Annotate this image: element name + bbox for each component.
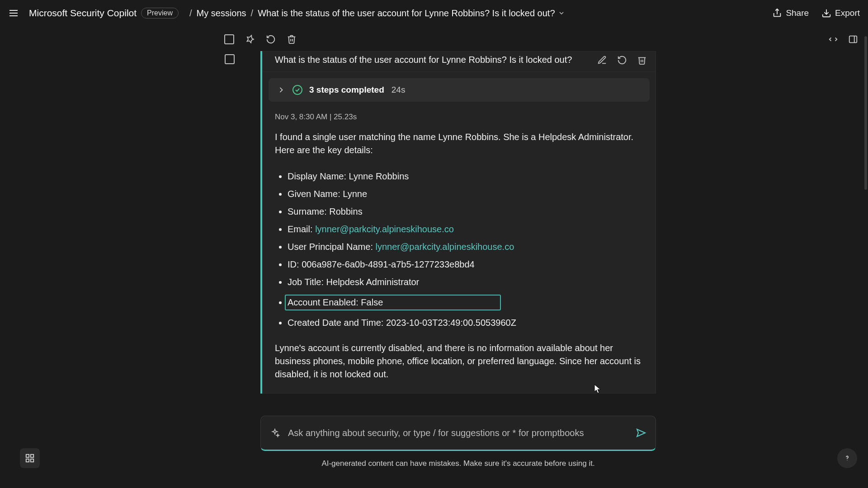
- detail-surname: Surname: Robbins: [288, 206, 643, 217]
- svg-point-7: [293, 85, 302, 94]
- detail-id: ID: 006a987e-6a0b-4891-a7b5-1277233e8bd4: [288, 259, 643, 270]
- response-intro-text: I found a single user matching the name …: [275, 131, 643, 157]
- highlighted-account-enabled: Account Enabled: False: [285, 295, 501, 310]
- prompt-title: What is the status of the user account f…: [275, 55, 572, 65]
- expand-horizontal-icon[interactable]: [828, 34, 838, 44]
- share-button[interactable]: Share: [772, 8, 809, 18]
- prompt-input[interactable]: [288, 428, 627, 438]
- detail-created: Created Date and Time: 2023-10-03T23:49:…: [288, 318, 643, 328]
- hamburger-menu-icon[interactable]: [8, 8, 19, 19]
- chevron-right-icon: [277, 85, 286, 94]
- breadcrumb-title-text: What is the status of the user account f…: [258, 8, 555, 19]
- share-label: Share: [786, 8, 809, 18]
- breadcrumb-separator: /: [251, 8, 254, 19]
- app-title: Microsoft Security Copilot: [29, 8, 137, 19]
- select-message-checkbox[interactable]: [225, 54, 235, 64]
- upn-link[interactable]: lynner@parkcity.alpineskihouse.co: [376, 242, 514, 252]
- toolbar: [0, 26, 868, 52]
- export-icon: [821, 8, 831, 18]
- export-label: Export: [835, 8, 860, 18]
- prompt-box: [260, 416, 656, 451]
- response-card: What is the status of the user account f…: [260, 51, 656, 394]
- steps-completed-label: 3 steps completed: [309, 85, 384, 95]
- header-bar: Microsoft Security Copilot Preview / My …: [0, 0, 868, 26]
- delete-response-icon[interactable]: [637, 55, 647, 65]
- email-link[interactable]: lynner@parkcity.alpineskihouse.co: [315, 224, 454, 234]
- help-icon: [843, 454, 852, 463]
- select-checkbox[interactable]: [224, 34, 234, 44]
- breadcrumb-separator: /: [189, 8, 192, 19]
- detail-account-enabled: Account Enabled: False: [288, 295, 643, 310]
- regenerate-icon[interactable]: [617, 55, 627, 65]
- sparkle-icon: [270, 428, 280, 438]
- svg-rect-5: [849, 36, 857, 43]
- grid-icon: [25, 453, 35, 463]
- help-button[interactable]: [837, 448, 857, 468]
- user-details-list: Display Name: Lynne Robbins Given Name: …: [262, 171, 656, 328]
- export-button[interactable]: Export: [821, 8, 860, 18]
- check-circle-icon: [292, 84, 303, 95]
- detail-email: Email: lynner@parkcity.alpineskihouse.co: [288, 224, 643, 235]
- prompt-area: AI-generated content can have mistakes. …: [260, 416, 656, 468]
- svg-rect-11: [31, 459, 33, 462]
- ai-disclaimer: AI-generated content can have mistakes. …: [260, 459, 656, 468]
- detail-job-title: Job Title: Helpdesk Administrator: [288, 277, 643, 287]
- pin-icon[interactable]: [245, 34, 255, 44]
- detail-upn: User Principal Name: lynner@parkcity.alp…: [288, 242, 643, 252]
- steps-duration: 24s: [392, 85, 406, 95]
- response-closing: Lynne's account is currently disabled, a…: [262, 335, 656, 394]
- breadcrumb-session-title[interactable]: What is the status of the user account f…: [258, 8, 565, 19]
- share-icon: [772, 8, 782, 18]
- chevron-down-icon: [558, 9, 565, 17]
- edit-icon[interactable]: [597, 55, 607, 65]
- response-intro: I found a single user matching the name …: [262, 124, 656, 164]
- delete-icon[interactable]: [287, 34, 297, 44]
- scrollbar-thumb[interactable]: [864, 36, 867, 190]
- card-header: What is the status of the user account f…: [262, 51, 656, 72]
- apps-button[interactable]: [20, 448, 40, 468]
- refresh-icon[interactable]: [266, 34, 276, 44]
- svg-rect-10: [26, 459, 29, 462]
- breadcrumb-my-sessions[interactable]: My sessions: [197, 8, 246, 19]
- send-icon[interactable]: [636, 427, 646, 438]
- panel-toggle-icon[interactable]: [848, 34, 858, 44]
- preview-badge: Preview: [141, 8, 179, 19]
- detail-display-name: Display Name: Lynne Robbins: [288, 171, 643, 182]
- svg-rect-8: [26, 455, 29, 457]
- steps-completed-bar[interactable]: 3 steps completed 24s: [269, 78, 650, 102]
- svg-rect-9: [31, 455, 33, 457]
- detail-given-name: Given Name: Lynne: [288, 189, 643, 199]
- response-timestamp: Nov 3, 8:30 AM | 25.23s: [262, 104, 656, 124]
- svg-point-13: [847, 460, 847, 460]
